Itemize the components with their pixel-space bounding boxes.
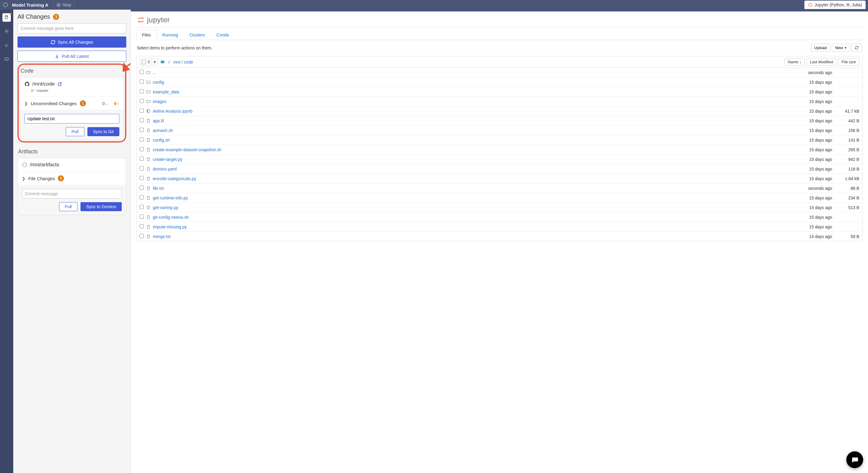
file-link[interactable]: Airline Analysis.ipynb [153, 109, 193, 114]
svg-point-6 [32, 91, 32, 92]
nav-settings[interactable] [2, 27, 11, 36]
row-checkbox[interactable] [140, 215, 144, 219]
jupyter-main: jupyter FilesRunningClustersConda Select… [131, 10, 868, 473]
row-checkbox[interactable] [140, 137, 144, 141]
select-all-control[interactable]: 0 ▾ [140, 58, 158, 65]
row-checkbox[interactable] [140, 224, 144, 228]
breadcrumb-seg[interactable]: mnt [173, 60, 180, 64]
code-sync-button[interactable]: Sync to Git [87, 127, 119, 136]
pull-all-button[interactable]: Pull All Latest [18, 51, 126, 62]
file-link[interactable]: config [153, 80, 164, 85]
row-checkbox[interactable] [140, 80, 144, 84]
row-checkbox[interactable] [140, 166, 144, 170]
artifacts-commit-input[interactable] [22, 189, 122, 198]
file-modified: 15 days ago [787, 138, 832, 143]
artifacts-pull-button[interactable]: Pull [59, 202, 78, 211]
topbar: Model Training A Stop Jupyter (Python, R… [0, 0, 868, 10]
file-size: 88 B [832, 186, 859, 191]
file-link[interactable]: create-target.py [153, 157, 182, 162]
folder-icon [146, 99, 153, 104]
row-checkbox[interactable] [140, 118, 144, 122]
file-changes-count-badge: 2 [58, 175, 64, 181]
artifacts-section-title: Artifacts [18, 149, 126, 155]
file-link[interactable]: merge.txt [153, 234, 170, 239]
chat-launcher[interactable] [846, 451, 863, 468]
file-link[interactable]: example_data [153, 90, 179, 94]
upload-button[interactable]: Upload [811, 44, 830, 52]
file-link[interactable]: encode-categoricals.py [153, 176, 196, 181]
select-all-checkbox[interactable] [142, 60, 146, 64]
row-checkbox[interactable] [140, 147, 144, 151]
tab-files[interactable]: Files [136, 30, 157, 40]
file-link[interactable]: create-example-dataset-snapshot.sh [153, 147, 221, 152]
file-modified: 15 days ago [787, 128, 832, 133]
row-checkbox[interactable] [140, 234, 144, 238]
svg-point-11 [143, 22, 144, 22]
row-checkbox[interactable] [140, 108, 144, 113]
file-changes-row[interactable]: ❯ File Changes 2 [18, 171, 126, 185]
file-link[interactable]: config.sh [153, 138, 170, 143]
workspace-tab-jupyter[interactable]: Jupyter (Python, R, Julia) [804, 1, 866, 9]
file-link[interactable]: file.txt [153, 186, 164, 191]
sort-modified-button[interactable]: Last Modified [807, 58, 836, 66]
annotation-arrow-icon [123, 60, 131, 73]
file-link[interactable]: avinash.sh [153, 128, 173, 133]
file-link[interactable]: get-runtime-info.py [153, 195, 188, 200]
stop-button[interactable]: Stop [53, 0, 74, 10]
file-link[interactable]: domino.yaml [153, 167, 177, 171]
row-checkbox[interactable] [140, 70, 144, 74]
file-modified: 15 days ago [787, 215, 832, 220]
folder-icon [146, 90, 153, 94]
sort-size-button[interactable]: File size [838, 58, 859, 66]
app-logo-icon [2, 2, 8, 8]
file-modified: 15 days ago [787, 99, 832, 104]
file-icon [146, 177, 153, 181]
commit-message-input[interactable] [18, 23, 126, 33]
row-checkbox[interactable] [140, 205, 144, 209]
file-size: 1.64 kB [832, 176, 859, 181]
tab-running[interactable]: Running [157, 30, 184, 40]
file-size: 59 B [832, 234, 859, 239]
file-icon [146, 167, 153, 171]
new-button[interactable]: New [832, 44, 849, 52]
row-checkbox[interactable] [140, 99, 144, 103]
select-caret-icon[interactable]: ▾ [152, 60, 156, 64]
tab-clusters[interactable]: Clusters [184, 30, 211, 40]
file-link[interactable]: images [153, 99, 166, 104]
jupyter-logo[interactable]: jupyter [136, 16, 863, 24]
nav-metrics[interactable] [2, 41, 11, 50]
row-checkbox[interactable] [140, 89, 144, 93]
branch-name: master [36, 88, 49, 93]
file-modified: 14 days ago [787, 234, 832, 239]
sort-name-button[interactable]: Name ↓ [784, 58, 805, 66]
stop-icon [56, 3, 61, 7]
folder-root-icon[interactable] [160, 60, 165, 64]
code-commit-input[interactable] [24, 114, 119, 124]
nav-docs[interactable] [2, 55, 11, 63]
row-checkbox[interactable] [140, 157, 144, 161]
row-checkbox[interactable] [140, 176, 144, 180]
row-checkbox[interactable] [140, 128, 144, 132]
file-icon [146, 215, 153, 219]
artifacts-sync-button[interactable]: Sync to Domino [81, 202, 122, 211]
table-row: encode-categoricals.py15 days ago1.64 kB [136, 174, 862, 184]
breadcrumb-seg[interactable]: code [184, 60, 193, 64]
file-link[interactable]: git-config-neena.sh [153, 215, 189, 220]
row-checkbox[interactable] [140, 186, 144, 190]
uncommitted-changes-row[interactable]: ❯ Uncommitted Changes 1 0↓ 9↑ [20, 96, 124, 110]
code-pull-button[interactable]: Pull [66, 127, 84, 136]
file-link[interactable]: get-varimp.py [153, 205, 179, 210]
row-checkbox[interactable] [140, 195, 144, 199]
refresh-button[interactable] [851, 44, 862, 52]
file-link[interactable]: app.R [153, 118, 164, 123]
file-modified: 15 days ago [787, 195, 832, 200]
file-link[interactable]: impute-missing.py [153, 224, 187, 229]
uncommitted-label: Uncommitted Changes [31, 101, 77, 106]
tab-conda[interactable]: Conda [211, 30, 235, 40]
external-link-icon[interactable] [57, 82, 62, 87]
sync-all-button[interactable]: Sync All Changes [18, 36, 126, 48]
table-row: ..seconds ago [136, 68, 862, 77]
chevron-right-icon: ❯ [24, 101, 28, 106]
nav-changes[interactable] [2, 13, 11, 22]
file-icon [146, 128, 153, 132]
